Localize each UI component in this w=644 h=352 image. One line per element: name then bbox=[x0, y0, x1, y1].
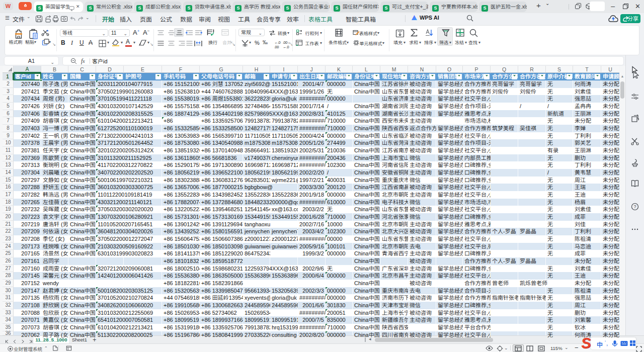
svg-text:?: ? bbox=[633, 204, 636, 209]
